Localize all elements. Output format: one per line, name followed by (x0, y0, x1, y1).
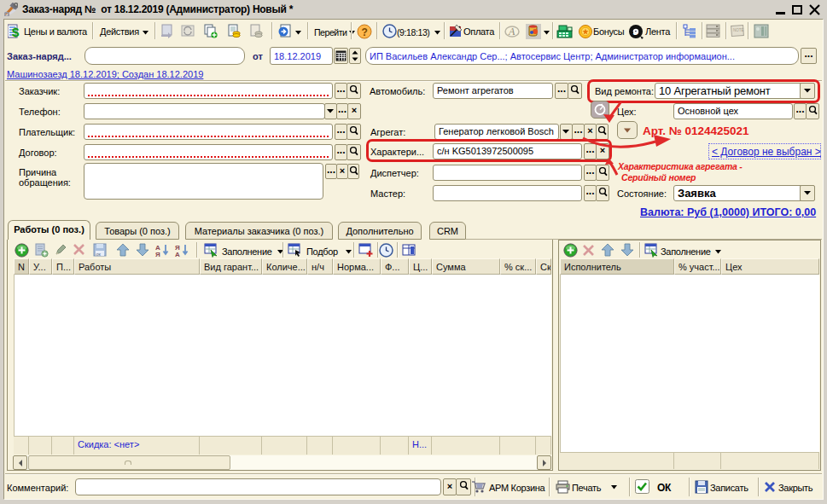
svg-text:ок: ок (96, 252, 102, 257)
svg-text:$: $ (12, 25, 20, 38)
svg-text:Я: Я (155, 251, 160, 257)
svg-text:Э: Э (633, 28, 639, 37)
svg-text:NOTE: NOTE (733, 28, 744, 32)
svg-text:А: А (175, 251, 180, 257)
svg-text:?: ? (362, 26, 368, 38)
svg-text:A: A (508, 26, 515, 38)
